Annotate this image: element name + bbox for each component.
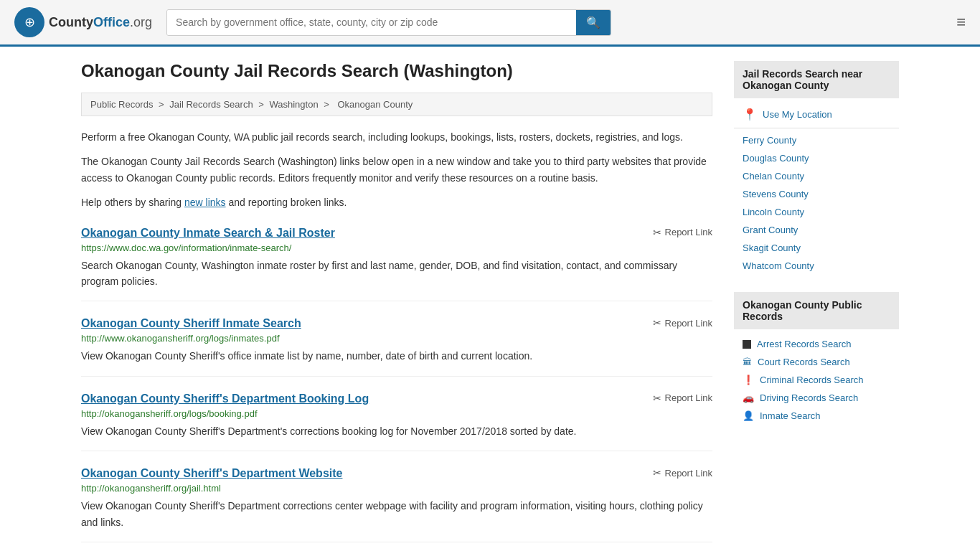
result-title[interactable]: Okanogan County Sheriff's Department Boo…	[81, 392, 369, 405]
result-desc: View Okanogan County Sheriff's office in…	[81, 348, 712, 364]
result-item: Okanogan County Sheriff's Department Web…	[81, 467, 712, 542]
sidebar-item-stevens-county[interactable]: Stevens County	[734, 185, 899, 203]
sidebar: Jail Records Search near Okanogan County…	[734, 61, 899, 542]
use-location-label: Use My Location	[763, 109, 832, 120]
search-input[interactable]	[167, 10, 576, 35]
breadcrumb-public-records[interactable]: Public Records	[90, 99, 153, 110]
sidebar-inmate-search[interactable]: 👤 Inmate Search	[734, 407, 899, 425]
nearby-header: Jail Records Search near Okanogan County	[734, 61, 899, 98]
description-2: The Okanogan County Jail Records Search …	[81, 154, 712, 186]
use-location[interactable]: 📍 Use My Location	[734, 104, 899, 125]
report-icon: ✂	[653, 227, 661, 238]
report-icon: ✂	[653, 317, 661, 329]
description-1: Perform a free Okanogan County, WA publi…	[81, 129, 712, 145]
report-link[interactable]: ✂ Report Link	[653, 317, 712, 329]
report-link[interactable]: ✂ Report Link	[653, 227, 712, 238]
sidebar-item-grant-county[interactable]: Grant County	[734, 221, 899, 239]
driving-icon: 🚗	[743, 392, 754, 403]
result-desc: View Okanogan County Sheriff's Departmen…	[81, 423, 712, 439]
result-url[interactable]: http://okanogansheriff.org/jail.html	[81, 483, 712, 494]
result-item: Okanogan County Sheriff Inmate Search ✂ …	[81, 317, 712, 376]
result-item: Okanogan County Inmate Search & Jail Ros…	[81, 227, 712, 302]
search-bar: 🔍	[166, 9, 611, 36]
report-link[interactable]: ✂ Report Link	[653, 467, 712, 479]
inmate-icon: 👤	[743, 410, 754, 421]
breadcrumb-current: Okanogan County	[337, 99, 413, 110]
new-links[interactable]: new links	[184, 197, 226, 208]
sidebar-item-ferry-county[interactable]: Ferry County	[734, 131, 899, 149]
criminal-icon: ❗	[743, 375, 754, 385]
result-desc: View Okanogan County Sheriff's Departmen…	[81, 498, 712, 530]
logo-icon: ⊕	[14, 7, 44, 37]
logo-text: CountyOffice.org	[49, 15, 152, 30]
content-area: Okanogan County Jail Records Search (Was…	[81, 61, 712, 542]
nearby-section: Jail Records Search near Okanogan County…	[734, 61, 899, 275]
sidebar-criminal-records[interactable]: ❗ Criminal Records Search	[734, 371, 899, 389]
result-item: Okanogan County Sheriff's Department Boo…	[81, 392, 712, 451]
breadcrumb-washington[interactable]: Washington	[269, 99, 318, 110]
search-button[interactable]: 🔍	[576, 10, 611, 35]
logo[interactable]: ⊕ CountyOffice.org	[14, 7, 152, 37]
court-icon: 🏛	[743, 357, 752, 367]
public-records-header: Okanogan County Public Records	[734, 292, 899, 329]
header: ⊕ CountyOffice.org 🔍 ≡	[0, 0, 980, 47]
result-url[interactable]: http://www.okanogansheriff.org/logs/inma…	[81, 333, 712, 344]
sidebar-arrest-records[interactable]: Arrest Records Search	[734, 335, 899, 353]
result-title[interactable]: Okanogan County Inmate Search & Jail Ros…	[81, 227, 335, 240]
sidebar-court-records[interactable]: 🏛 Court Records Search	[734, 353, 899, 371]
result-title[interactable]: Okanogan County Sheriff's Department Web…	[81, 467, 342, 480]
arrest-icon	[743, 340, 751, 349]
breadcrumb: Public Records > Jail Records Search > W…	[81, 93, 712, 116]
sidebar-item-skagit-county[interactable]: Skagit County	[734, 239, 899, 257]
sidebar-item-chelan-county[interactable]: Chelan County	[734, 167, 899, 185]
report-link[interactable]: ✂ Report Link	[653, 392, 712, 404]
breadcrumb-jail-records[interactable]: Jail Records Search	[169, 99, 253, 110]
description-3: Help others by sharing new links and rep…	[81, 194, 712, 210]
main-container: Okanogan County Jail Records Search (Was…	[60, 47, 920, 551]
sidebar-item-douglas-county[interactable]: Douglas County	[734, 149, 899, 167]
sidebar-item-whatcom-county[interactable]: Whatcom County	[734, 257, 899, 275]
sidebar-item-lincoln-county[interactable]: Lincoln County	[734, 203, 899, 221]
location-pin-icon: 📍	[743, 108, 757, 121]
sidebar-driving-records[interactable]: 🚗 Driving Records Search	[734, 389, 899, 407]
result-url[interactable]: https://www.doc.wa.gov/information/inmat…	[81, 242, 712, 253]
result-url[interactable]: http://okanogansheriff.org/logs/booking.…	[81, 408, 712, 419]
report-icon: ✂	[653, 392, 661, 404]
result-desc: Search Okanogan County, Washington inmat…	[81, 258, 712, 290]
public-records-section: Okanogan County Public Records Arrest Re…	[734, 292, 899, 425]
report-icon: ✂	[653, 467, 661, 479]
menu-icon[interactable]: ≡	[956, 13, 966, 32]
page-title: Okanogan County Jail Records Search (Was…	[81, 61, 712, 81]
result-title[interactable]: Okanogan County Sheriff Inmate Search	[81, 317, 301, 330]
